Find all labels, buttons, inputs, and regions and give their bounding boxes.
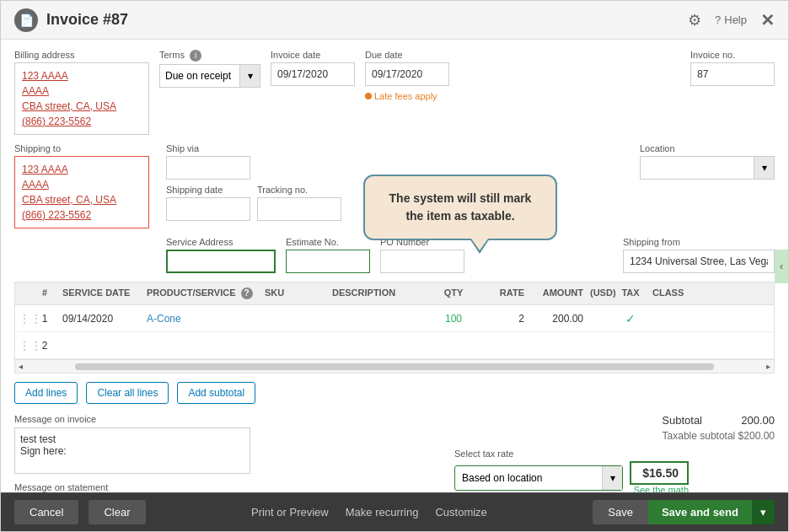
invoice-no-label: Invoice no.: [690, 50, 775, 60]
make-recurring-link[interactable]: Make recurring: [346, 506, 419, 519]
row1-product[interactable]: A-Cone: [142, 313, 260, 325]
see-math-link[interactable]: See the math: [630, 485, 689, 492]
ship-via-input[interactable]: [166, 156, 250, 180]
col-product-header: PRODUCT/SERVICE ?: [142, 287, 260, 299]
add-subtotal-button[interactable]: Add subtotal: [177, 382, 255, 404]
row1-date[interactable]: 09/14/2020: [57, 313, 142, 325]
service-address-group: Service Address: [166, 237, 276, 273]
footer-right: Save Save and send ▾: [593, 500, 775, 524]
tax-amount-box: $16.50: [630, 461, 689, 485]
tax-rate-dropdown[interactable]: Based on location ▾: [454, 465, 623, 491]
billing-line4: (866) 223-5562: [22, 114, 142, 129]
col-date-header: SERVICE DATE: [57, 287, 142, 299]
taxable-subtotal: Taxable subtotal $200.00: [454, 430, 775, 442]
message-invoice-box[interactable]: test test Sign here:: [14, 427, 250, 474]
shipping-from-label: Shipping from: [623, 237, 775, 247]
drag-header: [15, 287, 32, 299]
row1-tax[interactable]: ✓: [614, 312, 647, 325]
settings-icon[interactable]: ⚙: [688, 11, 701, 30]
table-row[interactable]: ⋮⋮ 1 09/14/2020 A-Cone 100 2 200.00 ✓: [15, 305, 774, 332]
scroll-left-icon[interactable]: ◂: [19, 362, 23, 371]
table-row[interactable]: ⋮⋮ 2: [15, 332, 774, 359]
col-amount-header: AMOUNT: [529, 287, 588, 299]
drag-handle-2[interactable]: ⋮⋮: [15, 339, 32, 352]
location-select[interactable]: ▾: [640, 156, 775, 180]
terms-label: Terms i: [159, 50, 260, 62]
table-actions: Add lines Clear all lines Add subtotal: [14, 382, 775, 404]
col-usd-header: (USD): [588, 287, 614, 299]
ship-via-group: Ship via: [166, 143, 341, 180]
drag-handle[interactable]: ⋮⋮: [15, 312, 32, 325]
customize-link[interactable]: Customize: [435, 506, 486, 519]
tracking-no-input[interactable]: [257, 197, 341, 221]
shipping-from-input[interactable]: [623, 250, 775, 273]
tooltip-bubble: The system will still mark the item as t…: [363, 175, 557, 240]
late-fees-text: Late fees apply: [374, 91, 437, 101]
message-invoice-text: test test Sign here:: [20, 433, 244, 457]
shipping-to-box[interactable]: 123 AAAA AAAA CBA street, CA, USA (866) …: [14, 156, 149, 228]
row1-amount[interactable]: 200.00: [529, 313, 588, 325]
clear-all-lines-button[interactable]: Clear all lines: [86, 382, 169, 404]
save-and-send-button[interactable]: Save and send: [648, 500, 752, 524]
invoice-date-input[interactable]: [271, 62, 355, 86]
clear-button[interactable]: Clear: [89, 500, 145, 524]
line-items-table: # SERVICE DATE PRODUCT/SERVICE ? SKU DES…: [14, 282, 775, 373]
subtotal-row: Subtotal 200.00: [454, 414, 775, 427]
row1-num: 1: [32, 313, 57, 325]
billing-address-box[interactable]: 123 AAAA AAAA CBA street, CA, USA (866) …: [14, 62, 149, 135]
right-edge-tab[interactable]: ‹: [775, 250, 788, 283]
billing-line1: 123 AAAA: [22, 68, 142, 83]
save-button[interactable]: Save: [593, 500, 648, 524]
shipping-date-group: Shipping date: [166, 185, 250, 221]
shipping-line4: (866) 223-5562: [22, 207, 142, 223]
form-row-1: Billing address 123 AAAA AAAA CBA street…: [14, 50, 775, 135]
row2-num: 2: [32, 340, 57, 352]
shipping-line1: 123 AAAA: [22, 162, 142, 177]
estimate-no-label: Estimate No.: [286, 237, 370, 247]
billing-line3: CBA street, CA, USA: [22, 99, 142, 114]
terms-arrow-icon[interactable]: ▾: [239, 65, 260, 87]
footer-center: Print or Preview Make recurring Customiz…: [251, 506, 487, 519]
late-fees-dot: [365, 93, 372, 99]
service-address-input[interactable]: [166, 250, 276, 273]
service-address-label: Service Address: [166, 237, 276, 247]
invoice-no-group: Invoice no.: [690, 50, 775, 86]
terms-info-icon[interactable]: i: [190, 50, 201, 62]
shipping-date-input[interactable]: [166, 197, 250, 221]
invoice-no-input[interactable]: [690, 62, 775, 86]
tax-dropdown-arrow-icon[interactable]: ▾: [602, 466, 622, 490]
col-qty-header: QTY: [428, 287, 479, 299]
scroll-bar-inner[interactable]: [75, 363, 714, 370]
ship-via-label: Ship via: [166, 143, 341, 153]
close-button[interactable]: ✕: [760, 10, 775, 30]
location-arrow-icon[interactable]: ▾: [754, 157, 774, 179]
save-send-arrow-button[interactable]: ▾: [752, 500, 775, 524]
po-number-group: PO Number: [380, 237, 464, 273]
product-info-icon[interactable]: ?: [241, 287, 253, 299]
row1-qty[interactable]: 100: [428, 313, 479, 325]
modal-title: Invoice #87: [46, 11, 128, 29]
estimate-no-input[interactable]: [286, 250, 370, 273]
header-right: ⚙ ? Help ✕: [688, 10, 775, 30]
subtotal-value: 200.00: [716, 414, 775, 427]
col-desc-header: DESCRIPTION: [327, 287, 428, 299]
estimate-no-group: Estimate No.: [286, 237, 370, 273]
scroll-right-icon[interactable]: ▸: [766, 362, 770, 371]
due-date-input[interactable]: [365, 62, 449, 86]
tax-amount-container: $16.50 See the math: [630, 461, 689, 492]
col-tax-header: TAX: [614, 287, 647, 299]
print-preview-link[interactable]: Print or Preview: [251, 506, 329, 519]
help-label: Help: [724, 13, 747, 26]
invoice-icon: 📄: [14, 8, 38, 32]
message-invoice-label: Message on invoice: [14, 414, 441, 424]
row1-rate[interactable]: 2: [479, 313, 529, 325]
bottom-section: Message on invoice test test Sign here: …: [14, 414, 775, 492]
shipping-date-label: Shipping date: [166, 185, 250, 195]
tooltip-text: The system will still mark the item as t…: [389, 191, 532, 223]
po-number-input[interactable]: [380, 250, 464, 273]
add-lines-button[interactable]: Add lines: [14, 382, 78, 404]
help-button[interactable]: ? Help: [715, 13, 747, 26]
table-scrollbar[interactable]: ◂ ▸: [15, 359, 774, 373]
terms-select[interactable]: Due on receipt ▾: [159, 64, 260, 88]
cancel-button[interactable]: Cancel: [14, 500, 78, 524]
